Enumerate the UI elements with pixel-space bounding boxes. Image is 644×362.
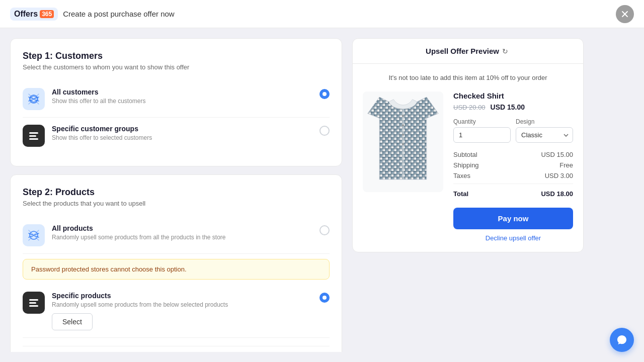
logo-365-text: 365: [40, 10, 54, 18]
step2-title: Step 2: Products: [23, 187, 330, 198]
product-options: Quantity Design Classic Modern Minimal: [453, 118, 573, 143]
close-button[interactable]: [616, 5, 634, 23]
header-title: Create a post purchase offer now: [63, 10, 175, 18]
warning-text: Password protected stores cannot choose …: [31, 265, 187, 273]
specific-groups-text: Specific customer groups Show this offer…: [52, 125, 312, 141]
chat-button[interactable]: [610, 328, 634, 352]
all-customers-desc: Show this offer to all the customers: [52, 98, 312, 105]
groups-icon-lines: [29, 132, 38, 140]
all-products-option[interactable]: All products Randomly upsell some produc…: [23, 217, 330, 254]
taxes-label: Taxes: [453, 172, 470, 179]
step2-subtitle: Select the products that you want to ups…: [23, 200, 330, 207]
all-products-label: All products: [52, 224, 312, 232]
total-row: Total USD 18.00: [453, 188, 573, 198]
subtotal-label: Subtotal: [453, 151, 477, 158]
left-panel: Step 1: Customers Select the customers t…: [10, 38, 342, 352]
all-products-icon: [23, 224, 45, 246]
shipping-label: Shipping: [453, 161, 479, 169]
app-header: Offers 365 Create a post purchase offer …: [0, 0, 644, 28]
step1-card: Step 1: Customers Select the customers t…: [10, 38, 342, 166]
logo-badge: Offers 365: [10, 8, 58, 21]
specific-groups-radio[interactable]: [319, 126, 330, 136]
specific-groups-icon: [23, 125, 45, 147]
design-select[interactable]: Classic Modern Minimal: [516, 127, 573, 143]
header-left: Offers 365 Create a post purchase offer …: [10, 8, 175, 21]
all-customers-icon: [23, 88, 45, 110]
shipping-row: Shipping Free: [453, 161, 573, 169]
right-panel: Upsell Offer Preview ↻ It's not too late…: [352, 38, 584, 352]
warning-box: Password protected stores cannot choose …: [23, 259, 330, 280]
preview-product: Checked Shirt USD 20.00 USD 15.00 Quanti…: [363, 92, 573, 242]
quantity-input[interactable]: [453, 127, 511, 143]
step1-subtitle: Select the customers to whom you want to…: [23, 63, 330, 71]
shipping-value: Free: [559, 161, 573, 169]
total-label: Total: [453, 190, 468, 198]
all-customers-text: All customers Show this offer to all the…: [52, 88, 312, 105]
specific-products-icon: [23, 292, 45, 314]
quantity-group: Quantity: [453, 118, 511, 143]
specific-products-icon-lines: [29, 299, 38, 307]
select-button[interactable]: Select: [52, 313, 93, 330]
price-discounted: USD 15.00: [491, 103, 525, 111]
all-customers-label: All customers: [52, 88, 312, 96]
preview-card: Upsell Offer Preview ↻ It's not too late…: [352, 38, 584, 252]
main-content: Step 1: Customers Select the customers t…: [0, 28, 644, 362]
all-customers-radio[interactable]: [319, 89, 330, 99]
subtotal-value: USD 15.00: [541, 151, 573, 158]
specific-products-radio[interactable]: [319, 293, 330, 303]
preview-header: Upsell Offer Preview ↻: [353, 39, 583, 64]
specific-products-option[interactable]: Specific products Randomly upsell some p…: [23, 285, 330, 338]
decline-link[interactable]: Decline upsell offer: [453, 234, 573, 242]
refresh-icon[interactable]: ↻: [502, 47, 510, 55]
logo-offers-text: Offers: [14, 10, 38, 19]
total-value: USD 18.00: [541, 190, 573, 198]
svg-point-13: [402, 143, 404, 145]
pay-now-button[interactable]: Pay now: [453, 208, 573, 229]
preview-body: It's not too late to add this item at 10…: [353, 64, 583, 252]
product-details: Checked Shirt USD 20.00 USD 15.00 Quanti…: [453, 92, 573, 242]
price-original: USD 20.00: [453, 104, 486, 111]
design-label: Design: [516, 118, 573, 125]
step1-title: Step 1: Customers: [23, 51, 330, 61]
svg-point-12: [402, 134, 404, 136]
specific-groups-label: Specific customer groups: [52, 125, 312, 133]
price-row: USD 20.00 USD 15.00: [453, 103, 573, 111]
taxes-row: Taxes USD 3.00: [453, 172, 573, 179]
all-products-desc: Randomly upsell some products from all t…: [52, 234, 312, 241]
taxes-value: USD 3.00: [545, 172, 573, 179]
all-customers-option[interactable]: All customers Show this offer to all the…: [23, 81, 330, 118]
chat-icon: [616, 334, 627, 345]
all-products-text: All products Randomly upsell some produc…: [52, 224, 312, 241]
design-group: Design Classic Modern Minimal: [516, 118, 573, 143]
specific-products-text: Specific products Randomly upsell some p…: [52, 292, 312, 330]
specific-products-desc: Randomly upsell some products from the b…: [52, 301, 312, 308]
summary-divider: [453, 184, 573, 184]
logo: Offers 365: [10, 8, 58, 21]
all-products-radio[interactable]: [319, 225, 330, 235]
specific-groups-option[interactable]: Specific customer groups Show this offer…: [23, 118, 330, 154]
preview-title: Upsell Offer Preview: [426, 47, 499, 55]
quantity-label: Quantity: [453, 118, 511, 125]
product-name: Checked Shirt: [453, 92, 573, 100]
note-section: Note: One product will be shown to your …: [23, 346, 330, 352]
specific-products-label: Specific products: [52, 292, 312, 300]
preview-tagline: It's not too late to add this item at 10…: [363, 74, 573, 81]
step2-card: Step 2: Products Select the products tha…: [10, 174, 342, 352]
product-image: [363, 92, 443, 192]
svg-point-10: [402, 115, 404, 117]
svg-point-11: [402, 124, 404, 126]
specific-groups-desc: Show this offer to selected customers: [52, 134, 312, 141]
subtotal-row: Subtotal USD 15.00: [453, 151, 573, 158]
